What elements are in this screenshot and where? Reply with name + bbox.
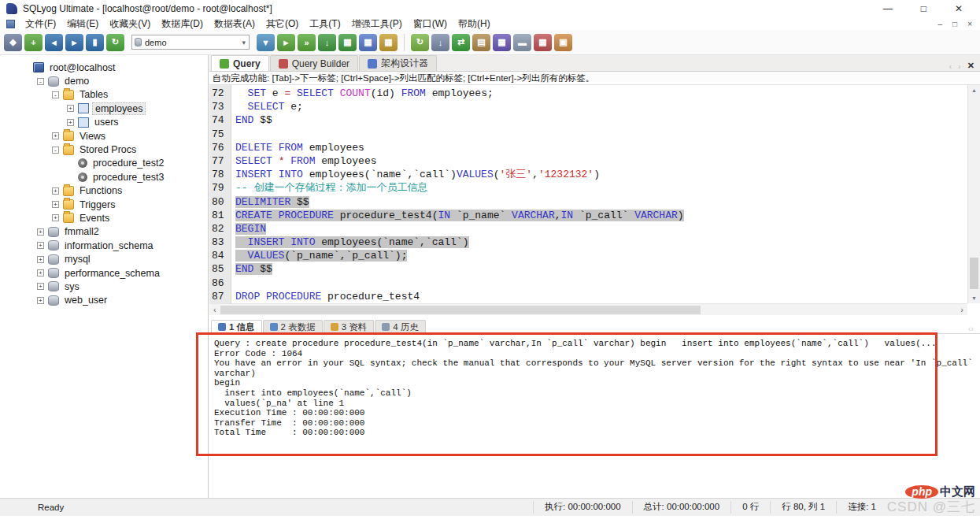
import-icon[interactable]: ↓ <box>431 34 449 51</box>
results-tab-4---[interactable]: 4 历史 <box>375 320 426 333</box>
menu-item-V[interactable]: 收藏夹(V) <box>104 17 156 31</box>
code-line[interactable]: DELETE FROM employees <box>235 141 967 154</box>
tree-item-web_user[interactable]: +web_user <box>0 294 208 307</box>
tree-item-procedure_test3[interactable]: procedure_test3 <box>0 170 208 184</box>
tab-prev-icon[interactable]: ‹ <box>949 61 952 71</box>
expand-icon[interactable]: + <box>37 256 47 263</box>
chevron-down-icon[interactable]: ▾ <box>242 39 246 46</box>
tree-item-Views[interactable]: +Views <box>0 129 208 143</box>
scroll-down-icon[interactable]: ▼ <box>968 295 980 301</box>
sql-code-area[interactable]: SET e = SELECT COUNT(id) FROM employees;… <box>231 85 967 303</box>
code-line[interactable]: SELECT e; <box>235 100 967 113</box>
refresh-data-icon[interactable]: ↻ <box>411 34 429 51</box>
schema-sync-icon[interactable]: ▦ <box>534 34 552 51</box>
code-line[interactable]: END $$ <box>235 113 967 127</box>
tree-item-Triggers[interactable]: +Triggers <box>0 198 208 211</box>
tab-Query[interactable]: Query <box>211 55 269 71</box>
code-line[interactable] <box>235 276 967 290</box>
code-line[interactable] <box>235 128 967 141</box>
open-in-new-tab-icon[interactable]: ▦ <box>338 34 357 51</box>
mdi-minimize-button[interactable]: – <box>938 20 943 28</box>
collapse-icon[interactable]: - <box>52 91 62 98</box>
forward-icon[interactable]: ► <box>65 34 83 51</box>
user-manager-icon[interactable]: ▼ <box>257 34 275 51</box>
code-line[interactable]: DROP PROCEDURE procedure_test4 <box>235 290 967 303</box>
menu-item-O[interactable]: 其它(O) <box>261 17 304 31</box>
tab-next-icon[interactable]: › <box>958 61 961 71</box>
vertical-scroll-thumb[interactable] <box>970 258 978 289</box>
tab------[interactable]: 架构设计器 <box>359 55 437 71</box>
menu-item-D[interactable]: 数据库(D) <box>156 17 209 31</box>
menu-item-A[interactable]: 数据表(A) <box>209 17 261 31</box>
sql-editor[interactable]: 72737475767778798081828384858687 SET e =… <box>209 85 967 303</box>
execute-query-icon[interactable]: ► <box>277 34 295 51</box>
tree-item-Functions[interactable]: +Functions <box>0 184 208 198</box>
menu-item-F[interactable]: 文件(F) <box>20 17 61 31</box>
refresh-object-browser-icon[interactable]: ↻ <box>106 34 124 51</box>
tree-item-sys[interactable]: +sys <box>0 280 208 293</box>
expand-icon[interactable]: + <box>67 105 77 112</box>
expand-icon[interactable]: + <box>37 242 47 249</box>
connect-icon[interactable]: + <box>24 34 43 51</box>
scroll-up-icon[interactable]: ▲ <box>968 87 980 93</box>
new-table-icon[interactable]: ▦ <box>359 34 377 51</box>
backup-icon[interactable]: ▤ <box>472 34 490 51</box>
execute-current-icon[interactable]: ↓ <box>318 34 336 51</box>
tree-item-fmmall2[interactable]: +fmmall2 <box>0 225 208 239</box>
code-line[interactable]: DELIMITER $$ <box>235 195 967 209</box>
code-line[interactable]: SELECT * FROM employees <box>235 154 967 168</box>
expand-icon[interactable]: + <box>37 283 47 290</box>
menu-item-P[interactable]: 增强工具(P) <box>346 17 408 31</box>
mdi-close-button[interactable]: × <box>967 20 972 28</box>
expand-icon[interactable]: + <box>52 214 62 221</box>
collapse-icon[interactable]: - <box>37 78 47 85</box>
expand-icon[interactable]: + <box>37 228 47 236</box>
tab-Query-Builder[interactable]: Query Builder <box>270 55 358 71</box>
sync-icon[interactable]: ⇄ <box>452 34 470 51</box>
expand-icon[interactable]: + <box>37 297 47 304</box>
tree-item-Tables[interactable]: -Tables <box>0 88 208 102</box>
editor-vertical-scrollbar[interactable]: ▲ ▼ <box>967 85 980 303</box>
results-tab-1---[interactable]: 1 信息 <box>211 320 262 333</box>
query-analyzer-icon[interactable]: ▦ <box>493 34 511 51</box>
code-line[interactable]: INSERT INTO employees(`name`,`call`) <box>235 236 967 249</box>
menu-item-H[interactable]: 帮助(H) <box>453 17 496 31</box>
tree-item-users[interactable]: +users <box>0 116 208 129</box>
tree-item-mysql[interactable]: +mysql <box>0 252 208 265</box>
monitor-icon[interactable]: ▬ <box>513 34 531 51</box>
back-icon[interactable]: ◄ <box>45 34 63 51</box>
expand-icon[interactable]: + <box>37 269 47 276</box>
scroll-right-icon[interactable]: › <box>960 304 963 315</box>
horizontal-scroll-thumb[interactable] <box>220 306 701 314</box>
tree-item-Events[interactable]: +Events <box>0 211 208 225</box>
code-line[interactable]: BEGIN <box>235 222 967 236</box>
scroll-left-icon[interactable]: ‹ <box>213 304 216 315</box>
code-line[interactable]: END $$ <box>235 262 967 276</box>
code-line[interactable]: INSERT INTO employees(`name`,`call`)VALU… <box>235 168 967 181</box>
expand-icon[interactable]: + <box>67 119 77 126</box>
editor-horizontal-scrollbar[interactable]: ‹ › <box>209 303 967 315</box>
schema-designer-icon[interactable]: ▣ <box>554 34 572 51</box>
results-tab-2----[interactable]: 2 表数据 <box>263 320 323 333</box>
menu-item-W[interactable]: 窗口(W) <box>408 17 453 31</box>
stop-icon[interactable]: ▮ <box>86 34 104 51</box>
close-button[interactable]: ✕ <box>955 3 963 14</box>
mdi-restore-button[interactable]: □ <box>952 20 957 28</box>
expand-icon[interactable]: + <box>52 132 62 139</box>
execute-all-icon[interactable]: » <box>298 34 316 51</box>
tree-item-Stored-Procs[interactable]: -Stored Procs <box>0 143 208 156</box>
tree-item-root-localhost[interactable]: root@localhost <box>0 61 208 74</box>
code-line[interactable]: VALUES(`p_name`,`p_call`); <box>235 249 967 262</box>
tree-item-demo[interactable]: -demo <box>0 74 208 87</box>
menu-item-T[interactable]: 工具(T) <box>304 17 346 31</box>
code-line[interactable]: CREATE PROCEDURE procedure_test4(IN `p_n… <box>235 209 967 222</box>
tree-item-employees[interactable]: +employees <box>0 102 208 115</box>
database-selector[interactable]: demo▾ <box>131 35 250 50</box>
maximize-button[interactable]: □ <box>921 3 926 14</box>
tree-item-information_schema[interactable]: +information_schema <box>0 239 208 252</box>
alter-table-icon[interactable]: ▦ <box>379 34 398 51</box>
tree-item-performance_schema[interactable]: +performance_schema <box>0 266 208 280</box>
minimize-button[interactable]: — <box>883 3 893 14</box>
collapse-icon[interactable]: - <box>52 147 62 154</box>
results-tab-3---[interactable]: 3 资料 <box>324 320 375 333</box>
